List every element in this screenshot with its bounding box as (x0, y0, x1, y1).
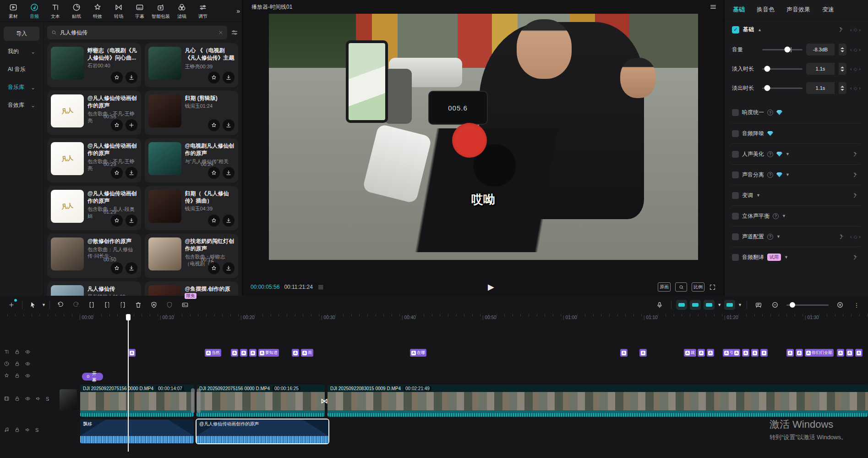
keyframe-controls[interactable]: ‹◇› (850, 66, 861, 72)
subtitle-clip[interactable]: A (698, 349, 705, 357)
link-toggle[interactable] (704, 300, 715, 310)
subtitle-clip[interactable]: A (742, 349, 749, 357)
zoom-out-button[interactable] (768, 298, 782, 311)
auto-preview-toggle[interactable] (690, 300, 701, 310)
subtitle-clip[interactable]: A (733, 349, 740, 357)
video-clip[interactable]: DJI 20250922075156 0000 D.MP400:00:14:07 (80, 385, 194, 417)
eye-icon[interactable] (25, 396, 31, 402)
fullscreen-button[interactable] (709, 284, 716, 291)
transition-icon[interactable]: ⋈ (321, 397, 328, 405)
subtitle-clip[interactable]: A (751, 349, 759, 357)
sidebar-item-AI 音乐[interactable]: AI 音乐 (4, 62, 39, 77)
subtitle-clip[interactable]: A (240, 349, 247, 357)
freeze-frame-button[interactable] (163, 298, 176, 311)
toolbar-expand-icon[interactable]: » (236, 7, 239, 15)
subtitle-clip[interactable]: A (837, 349, 844, 357)
tool-smartpack[interactable]: 智能包装 (150, 2, 171, 20)
timeline-more-button[interactable]: ⋮ (850, 298, 863, 311)
sidebar-item-音乐库[interactable]: 音乐库⌄ (4, 80, 39, 94)
music-card[interactable]: 蜉蝣志（电视剧《凡人修仙传》问心曲...石岩00:40 (47, 43, 141, 87)
slider-stepper[interactable] (838, 82, 846, 94)
subtitle-clip[interactable]: A (249, 349, 257, 357)
toggle-checkbox[interactable] (732, 109, 739, 116)
clip-trim-handle[interactable] (197, 388, 201, 413)
audio-clip[interactable]: 飘移 (80, 419, 194, 443)
subtitle-clip[interactable]: A (707, 349, 714, 357)
select-tool-button[interactable] (26, 298, 40, 311)
toggle-checkbox[interactable] (732, 151, 739, 158)
music-card[interactable]: 凡人@凡人修仙传动画创作的原声包含歌曲：凡人-段奥娟01:29 (47, 186, 141, 230)
keyframe-toggle-chevron-icon[interactable]: ▼ (738, 303, 742, 307)
solo-button[interactable]: S (35, 427, 38, 433)
toggle-checkbox[interactable] (732, 233, 739, 240)
subtitle-clip[interactable]: A (231, 349, 238, 357)
help-icon[interactable]: ? (767, 172, 773, 178)
video-frame[interactable]: 005.6 哎呦 (269, 14, 698, 260)
sidebar-item-我的[interactable]: 我的⌄ (4, 44, 39, 59)
subtitle-clip[interactable]: A (639, 349, 647, 357)
favorite-button[interactable] (111, 119, 123, 131)
toggle-checkbox[interactable] (732, 130, 739, 137)
eye-icon[interactable] (25, 349, 31, 355)
music-card[interactable]: 凡人@凡人修仙传动画创作的原声包含歌曲：不凡-王铮亮00:29 (47, 138, 141, 182)
speaker-icon[interactable] (35, 396, 41, 402)
search-clear-icon[interactable] (218, 30, 224, 35)
video-clip[interactable]: DJI 20250922083015 0009 D.MP400:02:21:49 (328, 385, 868, 417)
slider-knob[interactable] (764, 66, 770, 72)
favorite-button[interactable] (111, 262, 123, 274)
reset-icon[interactable] (854, 151, 861, 158)
keyframe-controls[interactable]: ‹◇› (850, 85, 861, 91)
play-button[interactable]: ▶ (488, 282, 494, 292)
music-card[interactable]: 凡人修仙传是怎样的人01:00 (47, 281, 141, 296)
record-voiceover-button[interactable] (653, 298, 666, 311)
tool-filter[interactable]: 滤镜 (171, 2, 192, 20)
download-button[interactable] (126, 72, 137, 83)
eye-icon[interactable] (25, 361, 31, 367)
help-icon[interactable]: ? (767, 151, 773, 157)
chevron-down-icon[interactable]: ▼ (786, 172, 790, 177)
link-toggle-chevron-icon[interactable]: ▼ (717, 303, 721, 307)
subtitle-clip[interactable]: A当然 (205, 349, 221, 357)
music-card[interactable]: 归期（《凡人修仙传》插曲）钱润玉04:39 (145, 186, 239, 230)
slider-stepper[interactable] (838, 44, 846, 55)
music-card[interactable]: 凡人@凡人修仙传动画创作的原声包含歌曲：不凡-王铮亮00:55 (47, 91, 141, 135)
music-card[interactable]: 凡心 《（电视剧《凡人修仙传》主题曲...王铮亮00:39 (145, 43, 239, 87)
tab-基础[interactable]: 基础 (733, 6, 745, 14)
tool-text[interactable]: 文本 (45, 2, 66, 20)
slider-value[interactable]: 1.1s (806, 63, 835, 75)
download-button[interactable] (223, 262, 235, 274)
speaker-icon[interactable] (25, 427, 31, 433)
download-button[interactable] (223, 72, 235, 83)
timeline-zoom-slider[interactable] (786, 304, 829, 306)
favorite-button[interactable] (208, 119, 220, 131)
help-icon[interactable]: ? (767, 110, 773, 116)
redo-button[interactable] (69, 298, 83, 311)
favorite-button[interactable] (111, 167, 123, 179)
slider-value[interactable]: 1.1s (806, 82, 835, 94)
tool-adjust[interactable]: 调节 (192, 2, 213, 20)
trim-left-button[interactable] (100, 298, 114, 311)
favorite-button[interactable] (208, 72, 220, 83)
trim-right-button[interactable] (116, 298, 130, 311)
toggle-checkbox[interactable] (732, 254, 739, 261)
reset-icon[interactable] (854, 171, 861, 178)
download-button[interactable] (126, 262, 137, 274)
chevron-down-icon[interactable]: ▼ (784, 255, 788, 259)
add-to-track-button[interactable] (126, 119, 137, 131)
zoom-in-button[interactable] (833, 298, 847, 311)
music-card[interactable]: @散修创作的原声包含歌曲：凡人修仙传·问长生-...00:50 (47, 234, 141, 278)
effect-clip-opening[interactable]: 开幕 (82, 373, 103, 381)
slider-value[interactable]: -8.3dB (806, 44, 835, 55)
help-icon[interactable]: ? (773, 213, 779, 219)
download-button[interactable] (223, 119, 235, 131)
add-media-button[interactable] (5, 298, 18, 311)
slider-knob[interactable] (785, 47, 791, 53)
reset-icon[interactable] (840, 26, 846, 33)
sidebar-item-导入[interactable]: 导入 (4, 27, 39, 41)
subtitle-clip[interactable]: A (786, 349, 794, 357)
keyframe-toggle[interactable] (724, 300, 735, 310)
favorite-button[interactable] (208, 215, 220, 226)
tab-变速[interactable]: 变速 (822, 6, 834, 14)
help-icon[interactable]: ? (767, 234, 773, 240)
slider-stepper[interactable] (838, 63, 846, 75)
